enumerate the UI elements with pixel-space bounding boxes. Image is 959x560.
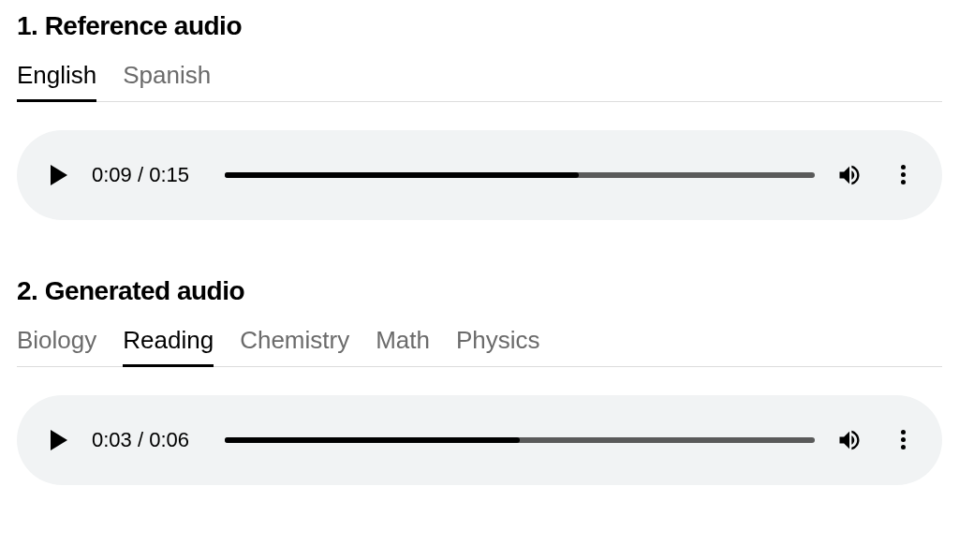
tabs-generated: Biology Reading Chemistry Math Physics xyxy=(17,325,942,367)
tab-biology[interactable]: Biology xyxy=(17,325,96,367)
more-icon xyxy=(901,430,906,435)
progress-bar[interactable] xyxy=(225,437,815,443)
tab-reading[interactable]: Reading xyxy=(123,325,214,367)
progress-fill xyxy=(225,172,579,178)
tabs-reference: English Spanish xyxy=(17,60,942,102)
more-icon xyxy=(901,165,906,169)
current-time: 0:09 xyxy=(92,163,132,186)
more-icon xyxy=(901,180,906,184)
play-icon xyxy=(51,430,67,450)
volume-button[interactable] xyxy=(835,427,863,453)
more-icon xyxy=(901,437,906,442)
section-title-reference: 1. Reference audio xyxy=(17,11,942,41)
more-icon xyxy=(901,172,906,177)
more-options-button[interactable] xyxy=(892,426,914,454)
section-title-generated: 2. Generated audio xyxy=(17,276,942,306)
play-button[interactable] xyxy=(47,163,71,187)
play-icon xyxy=(51,165,67,185)
volume-icon xyxy=(836,427,863,453)
tab-spanish[interactable]: Spanish xyxy=(123,60,211,102)
current-time: 0:03 xyxy=(92,428,132,451)
play-button[interactable] xyxy=(47,428,71,452)
progress-fill xyxy=(225,437,520,443)
volume-icon xyxy=(836,162,863,188)
progress-bar[interactable] xyxy=(225,172,815,178)
more-icon xyxy=(901,445,906,449)
tab-english[interactable]: English xyxy=(17,60,96,102)
volume-button[interactable] xyxy=(835,162,863,188)
more-options-button[interactable] xyxy=(892,161,914,189)
tab-chemistry[interactable]: Chemistry xyxy=(240,325,349,367)
total-time: 0:06 xyxy=(149,428,189,451)
total-time: 0:15 xyxy=(149,163,189,186)
time-display: 0:03 / 0:06 xyxy=(92,428,204,452)
tab-math[interactable]: Math xyxy=(376,325,430,367)
audio-player-reference: 0:09 / 0:15 xyxy=(17,130,942,220)
tab-physics[interactable]: Physics xyxy=(456,325,540,367)
audio-player-generated: 0:03 / 0:06 xyxy=(17,395,942,485)
time-display: 0:09 / 0:15 xyxy=(92,163,204,187)
